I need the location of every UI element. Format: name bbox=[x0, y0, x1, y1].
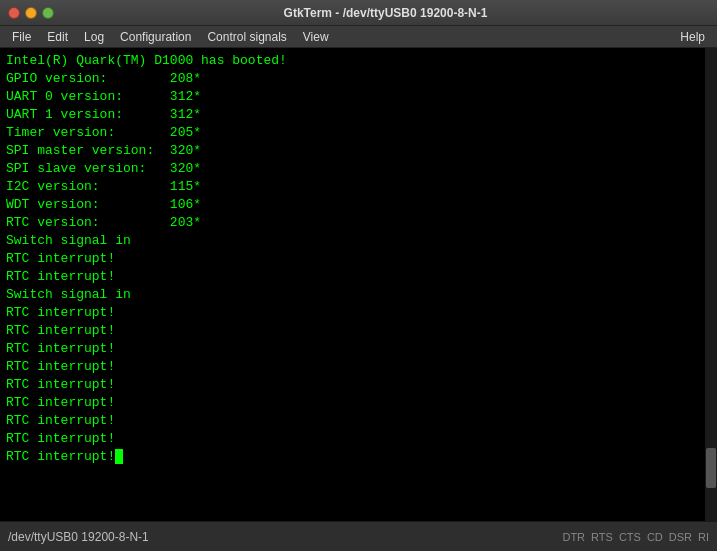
indicator-ri: RI bbox=[698, 531, 709, 543]
indicator-cts: CTS bbox=[619, 531, 641, 543]
terminal-line: I2C version: 115* bbox=[6, 178, 711, 196]
menu-configuration[interactable]: Configuration bbox=[112, 28, 199, 46]
indicator-cd: CD bbox=[647, 531, 663, 543]
indicator-rts: RTS bbox=[591, 531, 613, 543]
terminal-line: SPI slave version: 320* bbox=[6, 160, 711, 178]
terminal-area[interactable]: Intel(R) Quark(TM) D1000 has booted! GPI… bbox=[0, 48, 717, 521]
terminal-line: RTC interrupt! bbox=[6, 268, 711, 286]
terminal-line: RTC interrupt! bbox=[6, 358, 711, 376]
terminal-line: RTC interrupt! bbox=[6, 250, 711, 268]
menu-control-signals[interactable]: Control signals bbox=[199, 28, 294, 46]
window-title: GtkTerm - /dev/ttyUSB0 19200-8-N-1 bbox=[62, 6, 709, 20]
terminal-line: RTC interrupt! bbox=[6, 430, 711, 448]
titlebar: GtkTerm - /dev/ttyUSB0 19200-8-N-1 bbox=[0, 0, 717, 26]
indicator-dsr: DSR bbox=[669, 531, 692, 543]
terminal-line: WDT version: 106* bbox=[6, 196, 711, 214]
terminal-line-cursor: RTC interrupt! bbox=[6, 448, 711, 466]
window-controls bbox=[8, 7, 54, 19]
terminal-line: Timer version: 205* bbox=[6, 124, 711, 142]
indicator-dtr: DTR bbox=[562, 531, 585, 543]
terminal-line: Intel(R) Quark(TM) D1000 has booted! bbox=[6, 52, 711, 70]
terminal-line: GPIO version: 208* bbox=[6, 70, 711, 88]
terminal-line: RTC interrupt! bbox=[6, 340, 711, 358]
close-button[interactable] bbox=[8, 7, 20, 19]
terminal-line: UART 1 version: 312* bbox=[6, 106, 711, 124]
maximize-button[interactable] bbox=[42, 7, 54, 19]
menu-help[interactable]: Help bbox=[672, 28, 713, 46]
terminal-line: UART 0 version: 312* bbox=[6, 88, 711, 106]
terminal-line: RTC interrupt! bbox=[6, 304, 711, 322]
terminal-line: Switch signal in bbox=[6, 286, 711, 304]
terminal-line: RTC version: 203* bbox=[6, 214, 711, 232]
terminal-line: SPI master version: 320* bbox=[6, 142, 711, 160]
menu-view[interactable]: View bbox=[295, 28, 337, 46]
terminal-line: Switch signal in bbox=[6, 232, 711, 250]
scrollbar[interactable] bbox=[705, 48, 717, 521]
statusbar: /dev/ttyUSB0 19200-8-N-1 DTR RTS CTS CD … bbox=[0, 521, 717, 551]
terminal-line: RTC interrupt! bbox=[6, 394, 711, 412]
menu-file[interactable]: File bbox=[4, 28, 39, 46]
terminal-line: RTC interrupt! bbox=[6, 412, 711, 430]
menubar: File Edit Log Configuration Control sign… bbox=[0, 26, 717, 48]
terminal-cursor bbox=[115, 449, 123, 464]
terminal-line: RTC interrupt! bbox=[6, 376, 711, 394]
terminal-line: RTC interrupt! bbox=[6, 322, 711, 340]
scrollbar-thumb[interactable] bbox=[706, 448, 716, 488]
menu-log[interactable]: Log bbox=[76, 28, 112, 46]
minimize-button[interactable] bbox=[25, 7, 37, 19]
menu-edit[interactable]: Edit bbox=[39, 28, 76, 46]
status-indicators: DTR RTS CTS CD DSR RI bbox=[562, 531, 709, 543]
status-path: /dev/ttyUSB0 19200-8-N-1 bbox=[8, 530, 149, 544]
